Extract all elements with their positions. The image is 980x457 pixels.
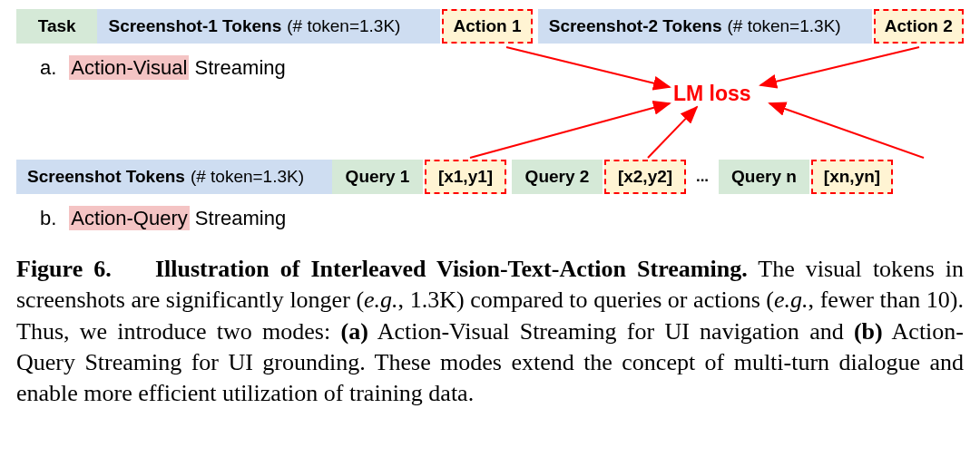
figure-caption: Figure 6. Illustration of Interleaved Vi… bbox=[16, 254, 964, 410]
caption-body4: Action-Visual Streaming for UI navigatio… bbox=[368, 318, 854, 345]
task-cell: Task bbox=[16, 9, 97, 44]
label-a: a.Action-Visual Streaming bbox=[16, 56, 964, 80]
caption-body2: , 1.3K) compared to queries or actions ( bbox=[398, 287, 774, 313]
caption-eg2: e.g. bbox=[774, 287, 808, 313]
svg-line-2 bbox=[470, 103, 670, 158]
screenshot2-cell: Screenshot-2 Tokens (# token=1.3K) bbox=[538, 9, 872, 44]
screenshot-b-count: (# token=1.3K) bbox=[191, 167, 304, 187]
label-b-letter: b. bbox=[40, 207, 56, 229]
screenshot-b-label: Screenshot Tokens bbox=[27, 167, 185, 187]
xy1-cell: [x1,y1] bbox=[425, 160, 506, 194]
screenshot2-label: Screenshot-2 Tokens bbox=[549, 16, 722, 36]
svg-line-4 bbox=[769, 103, 924, 158]
caption-bold-b: (b) bbox=[854, 318, 883, 345]
caption-eg1: e.g. bbox=[364, 287, 398, 313]
xyn-cell: [xn,yn] bbox=[811, 160, 893, 194]
caption-bold-a: (a) bbox=[340, 318, 368, 345]
dots-cell: ... bbox=[686, 160, 719, 194]
query2-cell: Query 2 bbox=[512, 160, 603, 194]
lm-loss-label: LM loss bbox=[673, 82, 751, 106]
queryn-cell: Query n bbox=[719, 160, 809, 194]
label-b: b.Action-Query Streaming bbox=[16, 207, 964, 230]
screenshot-b-cell: Screenshot Tokens (# token=1.3K) bbox=[16, 160, 332, 194]
svg-line-3 bbox=[648, 107, 697, 158]
label-b-rest: Streaming bbox=[190, 207, 286, 229]
action1-cell: Action 1 bbox=[442, 9, 532, 44]
action2-cell: Action 2 bbox=[874, 9, 964, 44]
query1-cell: Query 1 bbox=[332, 160, 423, 194]
row-action-query: Screenshot Tokens (# token=1.3K) Query 1… bbox=[16, 160, 964, 194]
caption-title: Illustration of Interleaved Vision-Text-… bbox=[155, 256, 748, 282]
screenshot1-cell: Screenshot-1 Tokens (# token=1.3K) bbox=[97, 9, 440, 44]
label-a-highlight: Action-Visual bbox=[69, 55, 189, 80]
screenshot2-count: (# token=1.3K) bbox=[727, 16, 840, 36]
caption-fignum: Figure 6. bbox=[16, 256, 112, 282]
diagram: Task Screenshot-1 Tokens (# token=1.3K) … bbox=[16, 9, 964, 230]
label-b-highlight: Action-Query bbox=[69, 206, 189, 230]
screenshot1-label: Screenshot-1 Tokens bbox=[108, 16, 281, 36]
label-a-rest: Streaming bbox=[189, 56, 285, 79]
label-a-letter: a. bbox=[40, 56, 56, 79]
row-action-visual: Task Screenshot-1 Tokens (# token=1.3K) … bbox=[16, 9, 964, 44]
xy2-cell: [x2,y2] bbox=[604, 160, 686, 194]
screenshot1-count: (# token=1.3K) bbox=[287, 16, 400, 36]
